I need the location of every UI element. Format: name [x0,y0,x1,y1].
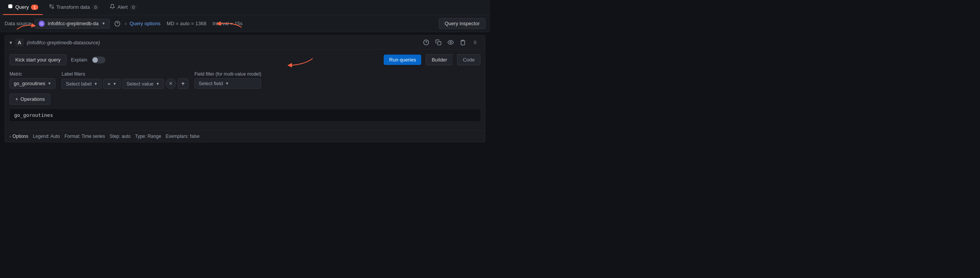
svg-point-11 [474,43,475,44]
options-step: Step: auto [110,134,131,139]
code-button[interactable]: Code [457,54,480,65]
query-row-header: ▾ A (info8fcc-greptimedb-datasource) [5,36,485,50]
datasource-help-button[interactable] [113,19,122,28]
label-filter-controls: Select label ▼ = ▼ Select value ▼ × + [62,78,188,89]
query-copy-button[interactable] [433,38,444,47]
query-delete-button[interactable] [458,38,468,47]
plus-icon: + [15,96,18,102]
field-filter-group: Field filter (for multi-value model) Sel… [195,71,261,89]
remove-label-filter-button[interactable]: × [165,78,176,89]
query-preview-text: go_goroutines [14,112,53,118]
query-inspector-button[interactable]: Query inspector [439,18,485,29]
metric-select[interactable]: go_goroutines ▼ [10,78,55,89]
toggle-knob [92,57,98,63]
svg-point-6 [450,42,451,43]
tab-alert-badge: 0 [130,5,137,10]
value-select-chevron-icon: ▼ [156,82,160,86]
value-select-placeholder: Select value [127,81,154,87]
datasource-select[interactable]: G info8fcc-greptimedb-da ▼ [34,19,110,29]
chevron-down-icon: ▼ [102,21,105,26]
breadcrumb-separator: › [125,21,127,26]
query-body: Kick start your query Explain Run querie… [5,50,485,130]
explain-toggle[interactable] [92,57,105,63]
operator-select[interactable]: = ▼ [103,79,121,89]
svg-point-12 [475,43,476,44]
datasource-logo-icon: G [39,21,45,27]
datasource-bar: Data source G info8fcc-greptimedb-da ▼ ›… [0,15,490,32]
svg-point-10 [475,42,476,43]
kick-start-row: Kick start your query Explain Run querie… [10,54,480,65]
svg-point-9 [474,42,475,43]
label-select-placeholder: Select label [66,81,91,87]
label-filters-label: Label filters [62,71,188,77]
query-hide-button[interactable] [445,38,456,47]
run-queries-button[interactable]: Run queries [384,55,421,65]
query-row: ▾ A (info8fcc-greptimedb-datasource) Kic… [5,35,485,142]
metric-chevron-icon: ▼ [47,81,51,86]
tab-transform-badge: 0 [92,5,99,10]
add-operations-button[interactable]: + Operations [10,94,50,105]
field-filter-select[interactable]: Select field ▼ [195,78,261,89]
tab-query-label: Query [15,4,29,10]
tab-bar: Query 1 Transform data 0 Alert 0 [0,0,490,15]
operator-chevron-icon: ▼ [113,82,117,86]
query-row-actions [421,38,480,47]
filters-row: Metric go_goroutines ▼ Label filters Sel… [10,71,480,89]
bell-icon [110,4,115,10]
options-footer: › Options Legend: Auto Format: Time seri… [5,130,485,142]
label-select-chevron-icon: ▼ [94,82,98,86]
operations-label: Operations [21,96,45,102]
query-help-button[interactable] [421,38,432,47]
options-legend: Legend: Auto [33,134,60,139]
query-datasource-name: (info8fcc-greptimedb-datasource) [27,40,100,45]
label-filters-group: Label filters Select label ▼ = ▼ Select … [62,71,188,89]
operator-value: = [107,81,110,87]
svg-rect-5 [438,42,441,45]
kick-start-button[interactable]: Kick start your query [10,54,67,65]
metric-group: Metric go_goroutines ▼ [10,71,55,89]
metric-value: go_goroutines [14,81,45,86]
query-drag-button[interactable] [470,38,480,47]
value-select[interactable]: Select value ▼ [122,79,164,89]
query-collapse-button[interactable]: ▾ [10,40,12,45]
query-options-link[interactable]: Query options [130,21,161,26]
query-letter: A [15,38,24,47]
options-expand-label: Options [13,134,28,139]
explain-label: Explain [71,57,88,63]
query-options-md: MD = auto = 1368 [167,21,206,26]
tab-transform-label: Transform data [57,4,90,10]
chevron-right-icon: › [10,134,11,139]
field-filter-placeholder: Select field [199,81,223,86]
field-filter-label: Field filter (for multi-value model) [195,71,261,77]
svg-point-8 [475,41,476,42]
transform-icon [49,4,54,10]
options-format: Format: Time series [65,134,105,139]
tab-transform[interactable]: Transform data 0 [44,0,104,15]
options-type: Type: Range [135,134,161,139]
svg-point-7 [474,41,475,42]
options-expand-button[interactable]: › Options [10,134,28,139]
tab-query[interactable]: Query 1 [3,0,43,15]
options-exemplars: Exemplars: false [166,134,200,139]
label-select[interactable]: Select label ▼ [62,79,102,89]
add-label-filter-button[interactable]: + [178,78,188,89]
metric-label: Metric [10,71,55,77]
arrow-builder [286,57,316,69]
tab-query-badge: 1 [31,5,38,10]
datasource-name: info8fcc-greptimedb-da [48,21,99,26]
field-filter-chevron-icon: ▼ [225,81,229,86]
query-options-interval: Interval = 15s [213,21,242,26]
tab-alert-label: Alert [117,4,128,10]
tab-alert[interactable]: Alert 0 [105,0,141,15]
query-preview: go_goroutines [10,109,480,121]
datasource-label: Data source [5,21,31,26]
builder-button[interactable]: Builder [426,54,452,65]
database-icon [8,4,13,10]
operations-row: + Operations [10,94,480,105]
